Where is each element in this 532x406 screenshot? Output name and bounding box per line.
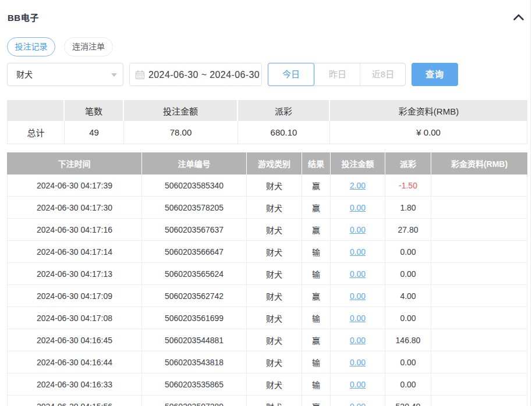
cell-payout: -1.50: [385, 174, 431, 197]
cell-payout: 1.80: [385, 197, 431, 219]
cell-result: 输: [302, 351, 331, 373]
cell-game-type: 财犬: [247, 174, 302, 197]
bet-amount-link[interactable]: 0.00: [350, 203, 366, 212]
cell-game-type: 财犬: [247, 241, 302, 263]
summary-total-row: 总计 49 78.00 680.10 ¥ 0.00: [7, 121, 527, 144]
table-row: 2024-06-30 04:16:45 5060203544881 财犬 赢 0…: [7, 329, 527, 351]
cell-result: 赢: [302, 219, 331, 241]
cell-bonus: [431, 329, 527, 351]
cell-bonus: [431, 174, 527, 197]
cell-bet-amount: 0.00: [331, 351, 385, 373]
bet-records-panel: BB电子 投注记录 连消注单 财犬 2024-06-30 ~ 2024-06-3…: [0, 0, 532, 406]
bet-amount-link[interactable]: 0.00: [350, 247, 366, 257]
table-row: 2024-06-30 04:17:13 5060203565624 财犬 输 0…: [7, 263, 527, 285]
cell-payout: 4.00: [385, 285, 431, 307]
cell-bet-time: 2024-06-30 04:17:08: [7, 307, 142, 329]
cell-bet-id: 5060203507289: [142, 396, 247, 406]
date-range-value: 2024-06-30 ~ 2024-06-30: [148, 64, 260, 86]
chevron-down-icon: [111, 73, 117, 77]
cell-payout: 0.00: [385, 373, 431, 396]
cell-bet-id: 5060203565624: [142, 263, 247, 285]
bet-amount-link[interactable]: 0.00: [350, 336, 366, 345]
cell-result: 输: [302, 263, 331, 285]
summary-total-label: 总计: [7, 121, 65, 144]
cell-payout: 146.80: [385, 329, 431, 351]
cell-payout: 0.00: [385, 307, 431, 329]
summary-col-bet-amount: 投注金额: [124, 100, 238, 121]
cell-bet-time: 2024-06-30 04:15:56: [7, 396, 142, 406]
cell-bonus: [431, 219, 527, 241]
records-col-payout: 派彩: [385, 152, 431, 174]
cell-bet-id: 5060203561699: [142, 307, 247, 329]
records-table: 下注时间 注单编号 游戏类别 结果 投注金额 派彩 彩金资料(RMB) 2024…: [7, 152, 527, 406]
cell-bonus: [431, 285, 527, 307]
cell-game-type: 财犬: [247, 197, 302, 219]
summary-col-blank: [7, 100, 65, 121]
right-edge-divider: [530, 0, 531, 406]
cell-result: 赢: [302, 329, 331, 351]
cell-game-type: 财犬: [247, 373, 302, 396]
cell-bet-id: 5060203562742: [142, 285, 247, 307]
summary-total-bet-amount: 78.00: [124, 121, 238, 144]
cell-bet-id: 5060203543818: [142, 351, 247, 373]
records-col-time: 下注时间: [7, 152, 142, 174]
date-range-input[interactable]: 2024-06-30 ~ 2024-06-30: [129, 63, 262, 86]
cell-game-type: 财犬: [247, 351, 302, 373]
records-header-row: 下注时间 注单编号 游戏类别 结果 投注金额 派彩 彩金资料(RMB): [7, 152, 527, 174]
cell-payout: 0.00: [385, 241, 431, 263]
cell-result: 输: [302, 241, 331, 263]
table-row: 2024-06-30 04:16:33 5060203535865 财犬 输 0…: [7, 373, 527, 396]
bet-amount-link[interactable]: 0.00: [350, 269, 366, 279]
cell-bet-id: 5060203566647: [142, 241, 247, 263]
bet-amount-link[interactable]: 0.00: [350, 380, 366, 389]
quick-range-today[interactable]: 今日: [268, 63, 314, 86]
cell-bet-amount: 0.00: [331, 373, 385, 396]
tab-cancelled-bets[interactable]: 连消注单: [64, 37, 113, 56]
cell-bet-time: 2024-06-30 04:17:30: [7, 197, 142, 219]
quick-range-last8days[interactable]: 近8日: [360, 63, 406, 86]
cell-game-type: 财犬: [247, 285, 302, 307]
table-row: 2024-06-30 04:15:56 5060203507289 财犬 赢 0…: [7, 396, 527, 406]
summary-table: 笔数 投注金额 派彩 彩金资料(RMB) 总计 49 78.00 680.10 …: [7, 100, 527, 144]
cell-game-type: 财犬: [247, 307, 302, 329]
tab-bet-records[interactable]: 投注记录: [7, 37, 55, 56]
cell-payout: 27.80: [385, 219, 431, 241]
bet-amount-link[interactable]: 2.00: [350, 181, 366, 190]
cell-result: 输: [302, 373, 331, 396]
cell-bet-time: 2024-06-30 04:16:44: [7, 351, 142, 373]
cell-bet-time: 2024-06-30 04:17:16: [7, 219, 142, 241]
cell-bet-id: 5060203567637: [142, 219, 247, 241]
cell-bonus: [431, 307, 527, 329]
summary-total-count: 49: [65, 121, 124, 144]
cell-bonus: [431, 197, 527, 219]
cell-result: 赢: [302, 396, 331, 406]
game-type-select[interactable]: 财犬: [7, 63, 123, 86]
cell-game-type: 财犬: [247, 263, 302, 285]
game-type-select-value: 财犬: [16, 70, 33, 79]
query-button[interactable]: 查询: [412, 63, 458, 86]
quick-range-yesterday[interactable]: 昨日: [314, 63, 360, 86]
cell-bonus: [431, 373, 527, 396]
bet-amount-link[interactable]: 0.00: [350, 225, 366, 234]
bet-amount-link[interactable]: 0.00: [350, 358, 366, 367]
collapse-chevron-up-icon[interactable]: [513, 13, 524, 21]
page-title: BB电子: [8, 11, 39, 23]
cell-bet-id: 5060203578205: [142, 197, 247, 219]
cell-game-type: 财犬: [247, 219, 302, 241]
records-col-bonus: 彩金资料(RMB): [431, 152, 527, 174]
bet-amount-link[interactable]: 0.00: [350, 291, 366, 301]
cell-bonus: [431, 351, 527, 373]
cell-bet-amount: 0.00: [331, 396, 385, 406]
cell-bet-amount: 2.00: [331, 174, 385, 197]
records-col-bet-id: 注单编号: [142, 152, 247, 174]
records-col-result: 结果: [302, 152, 331, 174]
cell-result: 赢: [302, 197, 331, 219]
summary-total-bonus: ¥ 0.00: [330, 121, 527, 144]
summary-col-payout: 派彩: [238, 100, 330, 121]
bet-amount-link[interactable]: 0.00: [350, 314, 366, 323]
cell-bet-amount: 0.00: [331, 241, 385, 263]
table-row: 2024-06-30 04:17:39 5060203585340 财犬 赢 2…: [7, 174, 527, 197]
bet-amount-link[interactable]: 0.00: [350, 402, 366, 406]
records-col-amount: 投注金额: [331, 152, 385, 174]
calendar-icon: [135, 70, 145, 80]
